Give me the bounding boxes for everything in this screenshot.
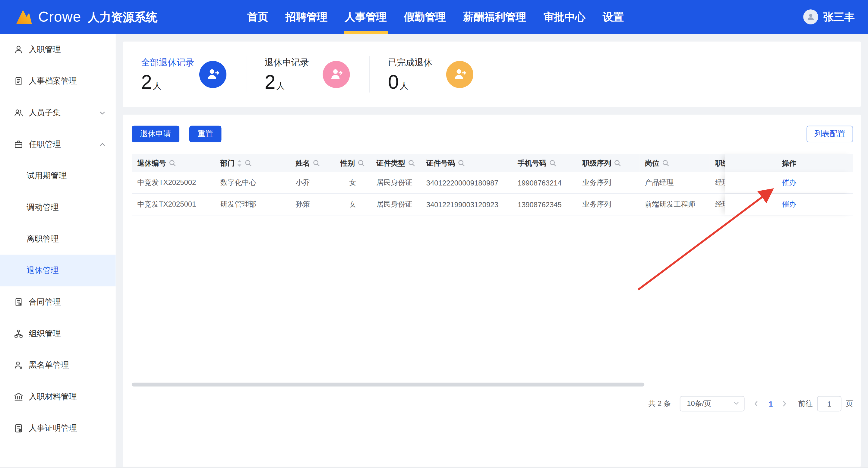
stat-card-completed-retirement[interactable]: 已完成退休 0人 bbox=[370, 41, 493, 107]
search-icon[interactable] bbox=[458, 159, 465, 167]
sidebar-item-position-management[interactable]: 任职管理 bbox=[0, 128, 116, 160]
sidebar-item-contract[interactable]: 合同管理 bbox=[0, 286, 116, 318]
column-label: 姓名 bbox=[296, 158, 310, 168]
user-menu[interactable]: 张三丰 bbox=[803, 9, 855, 24]
cell-id-number: 340122200009180987 bbox=[421, 172, 512, 193]
users-icon bbox=[14, 108, 23, 117]
sidebar-item-label: 人事档案管理 bbox=[29, 76, 77, 87]
nav-item-attendance[interactable]: 假勤管理 bbox=[403, 0, 447, 34]
stat-label: 已完成退休 bbox=[388, 57, 432, 69]
sidebar-subitem-probation[interactable]: 试用期管理 bbox=[0, 160, 116, 192]
next-page-button[interactable] bbox=[781, 400, 788, 408]
sidebar-item-label: 入职材料管理 bbox=[29, 391, 77, 402]
stat-value: 0人 bbox=[388, 72, 432, 91]
col-header-rank-sequence: 职级序列 bbox=[577, 154, 639, 172]
person-arrow-icon bbox=[322, 61, 350, 88]
current-page[interactable]: 1 bbox=[769, 400, 773, 408]
cell-name: 孙策 bbox=[290, 194, 334, 215]
sidebar-subitem-retirement[interactable]: 退休管理 bbox=[0, 255, 116, 287]
reset-button[interactable]: 重置 bbox=[189, 126, 221, 142]
total-count: 共 2 条 bbox=[649, 399, 671, 409]
retirement-apply-button[interactable]: 退休申请 bbox=[132, 126, 179, 142]
column-label: 操作 bbox=[782, 158, 796, 168]
search-icon[interactable] bbox=[358, 159, 365, 167]
nav-item-settings[interactable]: 设置 bbox=[601, 0, 625, 34]
chevron-down-icon bbox=[99, 110, 106, 116]
stat-card-all-retirement[interactable]: 全部退休记录 2人 bbox=[123, 41, 246, 107]
prev-page-button[interactable] bbox=[752, 400, 760, 408]
urge-link[interactable]: 催办 bbox=[782, 178, 796, 187]
page-size-select[interactable]: 10条/页 bbox=[680, 396, 744, 411]
search-icon[interactable] bbox=[614, 159, 621, 167]
goto-label: 前往 bbox=[798, 399, 813, 409]
sidebar-subitem-transfer[interactable]: 调动管理 bbox=[0, 191, 116, 223]
sort-icon[interactable] bbox=[237, 159, 242, 167]
col-header-name: 姓名 bbox=[290, 154, 334, 172]
col-header-id-type: 证件类型 bbox=[371, 154, 421, 172]
urge-link[interactable]: 催办 bbox=[782, 199, 796, 209]
nav-item-compensation[interactable]: 薪酬福利管理 bbox=[462, 0, 527, 34]
search-icon[interactable] bbox=[169, 159, 176, 167]
avatar-icon bbox=[803, 9, 818, 24]
search-icon[interactable] bbox=[313, 159, 320, 167]
column-label: 手机号码 bbox=[518, 158, 546, 168]
nav-item-home[interactable]: 首页 bbox=[246, 0, 269, 34]
cell-id-type: 居民身份证 bbox=[371, 172, 421, 193]
chevron-up-icon bbox=[99, 141, 106, 147]
person-arrow-icon bbox=[446, 61, 473, 88]
page-unit-label: 页 bbox=[846, 399, 853, 409]
cell-retirement-no: 中竞发TX2025001 bbox=[132, 194, 215, 215]
cell-id-number: 340122199003120923 bbox=[421, 194, 512, 215]
cell-position: 前端研发工程师 bbox=[640, 194, 710, 215]
top-nav: 首页 招聘管理 人事管理 假勤管理 薪酬福利管理 审批中心 设置 bbox=[246, 0, 640, 34]
search-icon[interactable] bbox=[662, 159, 669, 167]
sidebar: 入职管理 人事档案管理 人员子集 任 bbox=[0, 34, 116, 472]
sidebar-item-hr-certificates[interactable]: 人事证明管理 bbox=[0, 413, 116, 444]
col-header-position: 岗位 bbox=[640, 154, 710, 172]
cell-department: 研发管理部 bbox=[215, 194, 290, 215]
sidebar-item-personnel-subset[interactable]: 人员子集 bbox=[0, 97, 116, 128]
chevron-down-icon bbox=[733, 400, 740, 408]
user-name: 张三丰 bbox=[823, 10, 855, 24]
col-header-department: 部门 bbox=[215, 154, 290, 172]
search-icon[interactable] bbox=[245, 159, 252, 167]
main-content: 全部退休记录 2人 退休中记录 2人 bbox=[116, 34, 868, 472]
cell-retirement-no: 中竞发TX2025002 bbox=[132, 172, 215, 193]
person-arrow-icon bbox=[199, 61, 226, 88]
horizontal-scrollbar[interactable] bbox=[132, 383, 644, 387]
column-label: 职级 bbox=[715, 158, 725, 168]
search-icon[interactable] bbox=[549, 159, 556, 167]
nav-item-personnel[interactable]: 人事管理 bbox=[344, 0, 388, 34]
cell-phone: 13908762345 bbox=[512, 194, 577, 215]
col-header-id-number: 证件号码 bbox=[421, 154, 512, 172]
stat-card-in-retirement[interactable]: 退休中记录 2人 bbox=[246, 41, 370, 107]
sidebar-item-label: 黑名单管理 bbox=[29, 360, 69, 371]
user-icon bbox=[14, 45, 23, 54]
goto-page-input[interactable] bbox=[817, 396, 841, 411]
sidebar-subitem-resignation[interactable]: 离职管理 bbox=[0, 223, 116, 255]
app: Crowe 人力资源系统 首页 招聘管理 人事管理 假勤管理 薪酬福利管理 审批… bbox=[0, 0, 868, 472]
cell-gender: 女 bbox=[334, 172, 371, 193]
column-label: 性别 bbox=[340, 158, 355, 168]
cell-rank-sequence: 业务序列 bbox=[577, 172, 639, 193]
column-label: 退休编号 bbox=[137, 158, 166, 168]
briefcase-icon bbox=[14, 140, 23, 149]
sidebar-item-organization[interactable]: 组织管理 bbox=[0, 318, 116, 350]
cell-clipped: 经理 bbox=[710, 172, 725, 193]
search-icon[interactable] bbox=[408, 159, 415, 167]
table-header-row: 退休编号 部门 姓名 性别 bbox=[132, 154, 853, 172]
brand[interactable]: Crowe 人力资源系统 bbox=[16, 8, 157, 26]
list-config-button[interactable]: 列表配置 bbox=[806, 126, 853, 142]
sidebar-item-personnel-files[interactable]: 人事档案管理 bbox=[0, 65, 116, 97]
col-header-gender: 性别 bbox=[334, 154, 371, 172]
file-icon bbox=[14, 76, 23, 86]
col-header-phone: 手机号码 bbox=[512, 154, 577, 172]
footer-strip bbox=[0, 468, 868, 472]
sidebar-item-onboarding[interactable]: 入职管理 bbox=[0, 34, 116, 65]
nav-item-approval-center[interactable]: 审批中心 bbox=[542, 0, 587, 34]
sidebar-item-blacklist[interactable]: 黑名单管理 bbox=[0, 350, 116, 381]
sidebar-item-onboarding-materials[interactable]: 入职材料管理 bbox=[0, 381, 116, 413]
nav-item-recruitment[interactable]: 招聘管理 bbox=[284, 0, 329, 34]
cell-id-type: 居民身份证 bbox=[371, 194, 421, 215]
col-header-clipped: 职级 bbox=[710, 154, 725, 172]
